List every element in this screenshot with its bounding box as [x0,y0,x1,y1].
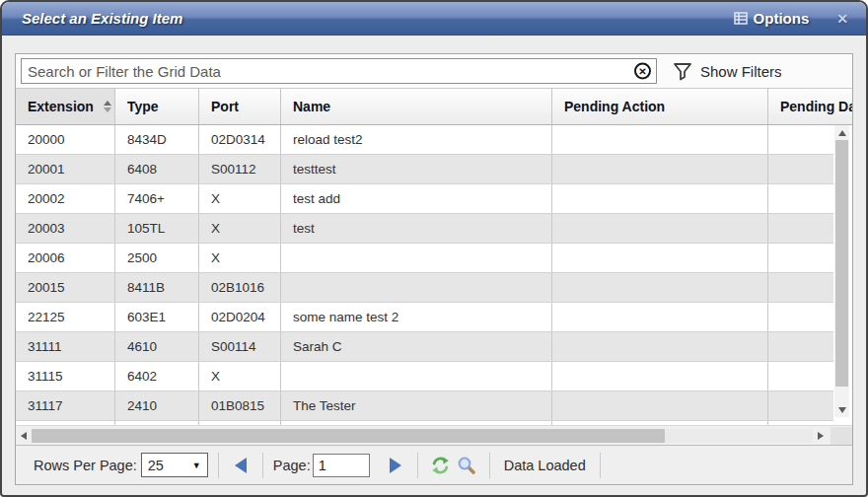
cell-port: X [199,362,281,390]
vertical-scroll-track[interactable] [834,140,849,402]
grid-body-wrap: 200008434D02D0314reload test2200016408S0… [16,125,852,425]
clear-search-icon[interactable]: ✕ [634,63,651,80]
cell-pending_date [768,303,833,331]
column-header-port[interactable]: Port [199,89,281,124]
cell-pending_date [768,332,833,361]
close-icon[interactable]: ✕ [836,11,848,27]
table-row[interactable]: 31117241001B0815The Tester [16,391,833,421]
search-input[interactable] [21,58,657,84]
cell-pending_action [552,273,768,302]
column-header-label: Type [127,99,159,114]
dialog-titlebar[interactable]: Select an Existing Item Options ✕ [2,2,866,36]
cell-extension: 31111 [16,332,115,361]
column-header-label: Name [293,99,330,114]
vertical-scroll-thumb[interactable] [835,140,848,387]
cell-port: X [199,214,281,243]
cell-pending_action [552,244,768,272]
cell-pending_date [768,244,833,272]
column-header-name[interactable]: Name [281,89,552,124]
table-row[interactable]: 200062500X [16,244,833,273]
cell-pending_action [552,184,768,213]
cell-name [281,421,552,425]
grid-body: 200008434D02D0314reload test2200016408S0… [16,125,833,425]
cell-pending_action [552,214,768,243]
cell-port: 02B1016 [199,273,281,302]
cell-pending_action [552,362,768,390]
refresh-icon[interactable] [428,456,454,475]
prev-page-button[interactable] [229,458,253,473]
prev-page-icon [235,458,247,473]
cell-name: reload test2 [281,125,552,154]
table-row[interactable]: 311114610S00114Sarah C [16,332,833,362]
horizontal-scroll-track[interactable] [32,429,813,443]
cell-pending_date [768,273,833,302]
up-arrow-icon [838,130,846,136]
table-row[interactable] [16,421,833,425]
cell-extension: 20001 [16,155,115,183]
horizontal-scrollbar[interactable] [16,425,852,445]
table-row[interactable]: 311156402X [16,362,833,391]
column-header-extension[interactable]: Extension [16,89,115,124]
cell-type: 7406+ [115,184,199,213]
grid-header-row: ExtensionTypePortNamePending ActionPendi… [16,89,852,125]
options-button[interactable]: Options [734,10,810,27]
table-row[interactable]: 200027406+Xtest add [16,184,833,214]
magnifier-icon[interactable] [454,456,479,475]
select-dropdown-icon: ▼ [192,461,201,470]
cell-pending_action [552,332,768,361]
rows-per-page-value: 25 [148,458,164,473]
filter-funnel-icon [673,62,692,81]
scroll-corner [831,427,852,445]
cell-port: 02D0314 [199,125,281,154]
cell-pending_action [552,391,768,420]
page-input[interactable] [313,454,370,477]
column-header-label: Extension [28,99,94,114]
cell-name: The Tester [281,391,552,420]
cell-pending_date [768,362,833,390]
cell-type: 6408 [115,155,199,183]
separator [218,453,219,478]
cell-port: S00112 [199,155,281,183]
table-row[interactable]: 22125603E102D0204some name test 2 [16,303,833,332]
table-row[interactable]: 20003105TLXtest [16,214,833,244]
cell-type: 603E1 [115,303,199,331]
cell-pending_date [768,214,833,243]
rows-per-page-select[interactable]: 25 ▼ [141,453,208,477]
options-label: Options [754,10,810,27]
cell-type: 2500 [115,244,199,272]
scroll-right-button[interactable] [813,432,829,440]
table-row[interactable]: 200008434D02D0314reload test2 [16,125,833,155]
pagination-footer: Rows Per Page: 25 ▼ Page: [16,445,852,484]
cell-extension: 20015 [16,273,115,302]
cell-name [281,362,552,390]
column-header-pending_date[interactable]: Pending Da [768,89,852,124]
cell-pending_action [552,421,768,425]
cell-port: 02D0204 [199,303,281,331]
cell-extension: 20002 [16,184,115,213]
separator [417,453,418,478]
page-label: Page: [273,458,311,473]
table-row[interactable]: 200016408S00112testtest [16,155,833,184]
scroll-down-button[interactable] [834,402,849,417]
table-row[interactable]: 200158411B02B1016 [16,273,833,303]
separator [262,453,263,478]
search-box: ✕ [21,58,657,84]
cell-name: Sarah C [281,332,552,361]
cell-type: 105TL [115,214,199,243]
scroll-left-button[interactable] [16,432,32,440]
cell-pending_date [768,155,833,183]
vertical-scrollbar[interactable] [834,125,849,417]
column-header-label: Pending Da [780,99,852,114]
scroll-up-button[interactable] [834,125,849,140]
cell-name: testtest [281,155,552,183]
cell-name [281,244,552,272]
titlebar-actions: Options ✕ [734,10,852,27]
separator [600,453,601,478]
cell-extension: 20000 [16,125,115,154]
column-header-pending_action[interactable]: Pending Action [552,89,768,124]
column-header-type[interactable]: Type [115,89,199,124]
next-page-button[interactable] [384,458,407,473]
show-filters-button[interactable]: Show Filters [673,62,782,81]
dialog-select-existing-item: Select an Existing Item Options ✕ [0,0,868,497]
horizontal-scroll-thumb[interactable] [32,429,665,443]
